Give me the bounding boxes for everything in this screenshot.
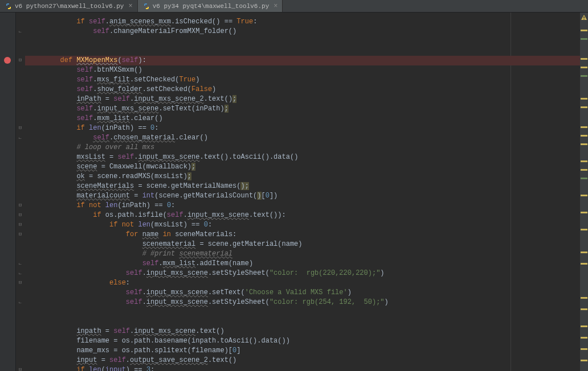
- minimap-marker[interactable]: [581, 38, 587, 40]
- code-line[interactable]: self.mxs_filt.setChecked(True): [25, 75, 580, 85]
- close-icon[interactable]: ×: [273, 2, 277, 10]
- code-line[interactable]: if len(inPath) == 0:: [25, 123, 580, 133]
- code-line[interactable]: input = self.output_save_scene_2.text(): [25, 356, 580, 365]
- code-line[interactable]: materialcount = int(scene.getMaterialsCo…: [25, 191, 580, 201]
- minimap-marker[interactable]: [581, 126, 587, 128]
- minimap-marker[interactable]: [581, 75, 587, 77]
- code-line[interactable]: for name in sceneMaterials:: [25, 230, 580, 240]
- code-line[interactable]: self.input_mxs_scene.setText('Choose a V…: [25, 288, 580, 298]
- fold-start-icon[interactable]: ⊟: [18, 368, 23, 371]
- code-line[interactable]: self.input_mxs_scene.setStyleSheet("colo…: [25, 298, 580, 307]
- fold-end-icon[interactable]: ⌐: [18, 271, 23, 276]
- code-line[interactable]: self.mxm_list.clear(): [25, 114, 580, 123]
- minimap-marker[interactable]: [581, 229, 587, 230]
- fold-end-icon[interactable]: ⌐: [18, 300, 23, 305]
- tab-py34[interactable]: v6 py34 pyqt4\maxwell_toolv6.py ×: [138, 0, 283, 12]
- minimap-marker[interactable]: [581, 143, 587, 145]
- fold-start-icon[interactable]: ⊟: [18, 281, 23, 286]
- code-line[interactable]: inpath = self.input_mxs_scene.text(): [25, 327, 580, 336]
- minimap-marker[interactable]: [581, 263, 587, 265]
- minimap-marker[interactable]: [581, 58, 587, 60]
- tab-python27[interactable]: v6 python27\maxwell_toolv6.py ×: [0, 0, 138, 12]
- fold-end-icon[interactable]: ⌐: [18, 29, 23, 34]
- fold-start-icon[interactable]: ⊟: [18, 126, 23, 131]
- code-line[interactable]: if not len(inPath) == 0:: [25, 201, 580, 211]
- code-line[interactable]: self.show_folder.setChecked(False): [25, 85, 580, 94]
- minimap-marker[interactable]: [581, 308, 587, 310]
- minimap-marker[interactable]: [581, 135, 587, 137]
- code-line[interactable]: scene = Cmaxwell(mwcallback);: [25, 162, 580, 172]
- code-area[interactable]: if self.anim_scenes_mxm.isChecked() == T…: [25, 13, 580, 371]
- code-line[interactable]: # #print scenematerial: [25, 249, 580, 259]
- minimap-marker[interactable]: [581, 106, 587, 108]
- minimap-marker[interactable]: [581, 337, 587, 339]
- fold-start-icon[interactable]: ⊟: [18, 203, 23, 208]
- breakpoint-gutter[interactable]: [0, 13, 16, 371]
- code-line[interactable]: self.chosen_material.clear(): [25, 133, 580, 143]
- minimap-marker[interactable]: [581, 169, 587, 171]
- fold-start-icon[interactable]: ⊟: [18, 222, 23, 228]
- code-line[interactable]: scenematerial = scene.getMaterial(name): [25, 240, 580, 249]
- minimap-marker[interactable]: [581, 252, 587, 253]
- minimap-marker[interactable]: [581, 67, 587, 68]
- close-icon[interactable]: ×: [128, 2, 132, 10]
- code-line[interactable]: def MXMopenMxs(self):: [25, 56, 580, 65]
- tab-bar: v6 python27\maxwell_toolv6.py × v6 py34 …: [0, 0, 588, 13]
- minimap-marker[interactable]: [581, 297, 587, 299]
- code-line[interactable]: [25, 307, 580, 317]
- code-line[interactable]: self.input_mxs_scene.setText(inPath);: [25, 104, 580, 114]
- code-line[interactable]: if len(input) == 3:: [25, 365, 580, 371]
- code-line[interactable]: mxsList = self.input_mxs_scene.text().to…: [25, 152, 580, 162]
- minimap-marker[interactable]: [581, 212, 587, 213]
- fold-gutter[interactable]: ⌐⊟⊟⌐⊟⊟⊟⊟⌐⌐⊟⌐⊟⌐: [16, 13, 25, 371]
- code-line[interactable]: # loop over all mxs: [25, 143, 580, 152]
- fold-end-icon[interactable]: ⌐: [18, 135, 23, 141]
- minimap-marker[interactable]: [581, 325, 587, 327]
- fold-end-icon[interactable]: ⌐: [18, 261, 23, 266]
- minimap-marker[interactable]: [581, 195, 587, 196]
- code-line[interactable]: if not len(mxsList) == 0:: [25, 220, 580, 230]
- tab-label: v6 py34 pyqt4\maxwell_toolv6.py: [153, 3, 270, 10]
- code-line[interactable]: inPath = self.input_mxs_scene_2.text();: [25, 94, 580, 104]
- minimap-marker[interactable]: [581, 160, 587, 162]
- svg-rect-0: [583, 17, 584, 18]
- code-line[interactable]: [25, 46, 580, 56]
- fold-start-icon[interactable]: ⊟: [18, 213, 23, 218]
- tab-label: v6 python27\maxwell_toolv6.py: [15, 3, 124, 10]
- minimap-marker[interactable]: [581, 30, 587, 31]
- code-line[interactable]: [25, 36, 580, 46]
- code-line[interactable]: if os.path.isfile(self.input_mxs_scene.t…: [25, 211, 580, 220]
- python-icon: [142, 2, 150, 10]
- fold-start-icon[interactable]: ⊟: [18, 232, 23, 237]
- minimap-marker[interactable]: [581, 348, 587, 350]
- code-line[interactable]: [25, 317, 580, 327]
- svg-rect-1: [583, 19, 584, 19]
- code-line[interactable]: sceneMaterials = scene.getMaterialNames(…: [25, 182, 580, 191]
- minimap-marker[interactable]: [581, 360, 587, 361]
- code-line[interactable]: name_mxs = os.path.splitext(filename)[0]: [25, 346, 580, 356]
- code-line[interactable]: self.input_mxs_scene.setStyleSheet("colo…: [25, 269, 580, 278]
- minimap-marker[interactable]: [581, 98, 587, 100]
- code-line[interactable]: if self.anim_scenes_mxm.isChecked() == T…: [25, 17, 580, 27]
- warning-indicator-icon[interactable]: [581, 15, 587, 20]
- code-line[interactable]: else:: [25, 278, 580, 288]
- code-line[interactable]: ok = scene.readMXS(mxsList);: [25, 172, 580, 182]
- breakpoint-marker[interactable]: [4, 57, 11, 64]
- code-line[interactable]: filename = os.path.basename(inpath.toAsc…: [25, 336, 580, 346]
- code-line[interactable]: self.btnMXSmxm(): [25, 65, 580, 75]
- fold-start-icon[interactable]: ⊟: [18, 58, 23, 63]
- code-line[interactable]: self.changeMaterialFromMXM_folder(): [25, 27, 580, 36]
- python-icon: [5, 2, 13, 10]
- minimap-marker[interactable]: [581, 178, 587, 179]
- code-line[interactable]: self.mxm_list.addItem(name): [25, 259, 580, 269]
- editor: ⌐⊟⊟⌐⊟⊟⊟⊟⌐⌐⊟⌐⊟⌐ if self.anim_scenes_mxm.i…: [0, 13, 588, 371]
- minimap-scrollbar[interactable]: [580, 13, 588, 371]
